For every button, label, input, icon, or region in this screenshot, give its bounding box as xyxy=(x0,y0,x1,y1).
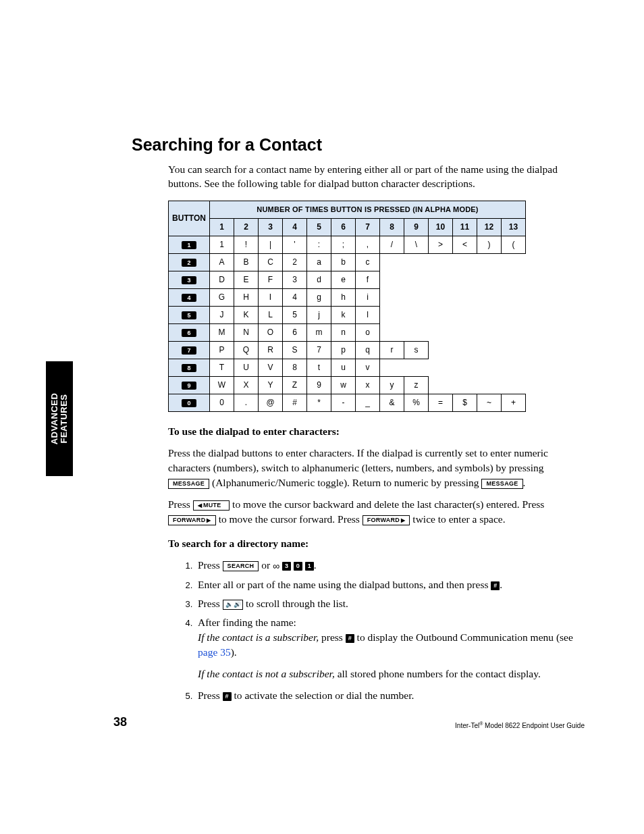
col-9: 9 xyxy=(404,218,429,236)
proc1-para1: Press the dialpad buttons to enter chara… xyxy=(168,446,584,490)
cell xyxy=(380,323,404,341)
side-tab: ADVANCEDFEATURES xyxy=(46,361,73,476)
cell: 0 xyxy=(210,394,234,411)
key-1: 1 xyxy=(305,562,314,571)
cell xyxy=(477,253,502,271)
cell: 5 xyxy=(283,306,307,323)
col-10: 10 xyxy=(429,218,453,236)
cell xyxy=(404,253,429,271)
step-5: Press # to activate the selection or dia… xyxy=(195,688,584,703)
proc1-para2: Press MUTE to move the cursor backward a… xyxy=(168,497,584,527)
cell: / xyxy=(380,236,404,253)
cell: 6 xyxy=(283,323,307,341)
cell: R xyxy=(259,341,283,359)
cell: > xyxy=(429,236,453,253)
cell: I xyxy=(259,288,283,306)
col-span-header: NUMBER OF TIMES BUTTON IS PRESSED (IN AL… xyxy=(210,201,526,218)
cell xyxy=(477,359,502,376)
cell xyxy=(453,341,477,359)
cell: w xyxy=(331,376,356,394)
col-13: 13 xyxy=(502,218,526,236)
cell: K xyxy=(234,306,259,323)
cell: < xyxy=(453,236,477,253)
cell: n xyxy=(331,323,356,341)
cell: p xyxy=(331,341,356,359)
hash-key: # xyxy=(223,692,232,701)
table-row: 00.@#*-_&%=$~+ xyxy=(169,394,526,411)
key-0: 0 xyxy=(294,562,302,571)
cell: v xyxy=(356,359,380,376)
step-1: Press SEARCH or ∞ 3 0 1. xyxy=(195,558,584,573)
intro-text: You can search for a contact name by ent… xyxy=(168,163,584,191)
cell: \ xyxy=(404,236,429,253)
cell: r xyxy=(380,341,404,359)
dialpad-key-7: 7 xyxy=(182,346,196,355)
cell xyxy=(380,288,404,306)
hash-key: # xyxy=(346,634,354,643)
cell: ; xyxy=(331,236,356,253)
step-4: After finding the name: If the contact i… xyxy=(195,615,584,681)
dialpad-key-8: 8 xyxy=(182,364,196,372)
cell xyxy=(477,323,502,341)
steps-list: Press SEARCH or ∞ 3 0 1. Enter all or pa… xyxy=(168,558,584,703)
col-6: 6 xyxy=(331,218,356,236)
cell: i xyxy=(356,288,380,306)
col-8: 8 xyxy=(380,218,404,236)
cell: y xyxy=(380,376,404,394)
cell: j xyxy=(307,306,331,323)
cell: A xyxy=(210,253,234,271)
cell: @ xyxy=(259,394,283,411)
table-row: 11!|':;,/\><)( xyxy=(169,236,526,253)
cell: ! xyxy=(234,236,259,253)
cell: = xyxy=(429,394,453,411)
page-title: Searching for a Contact xyxy=(132,135,584,155)
cell: t xyxy=(307,359,331,376)
hash-key: # xyxy=(491,581,500,590)
side-tab-label: ADVANCEDFEATURES xyxy=(50,393,69,445)
cell: S xyxy=(283,341,307,359)
cell: W xyxy=(210,376,234,394)
cell: L xyxy=(259,306,283,323)
page-link[interactable]: page 35 xyxy=(198,646,231,658)
cell xyxy=(404,288,429,306)
cell xyxy=(429,271,453,288)
search-key: SEARCH xyxy=(223,561,259,571)
cell: Y xyxy=(259,376,283,394)
cell xyxy=(404,323,429,341)
table-row: 4GHI4ghi xyxy=(169,288,526,306)
cell: # xyxy=(283,394,307,411)
cell: . xyxy=(234,394,259,411)
col-12: 12 xyxy=(477,218,502,236)
cell: X xyxy=(234,376,259,394)
cell: * xyxy=(307,394,331,411)
dialpad-table: BUTTON NUMBER OF TIMES BUTTON IS PRESSED… xyxy=(168,201,526,412)
cell: & xyxy=(380,394,404,411)
cell xyxy=(502,253,526,271)
cell xyxy=(502,376,526,394)
cell: B xyxy=(234,253,259,271)
cell: H xyxy=(234,288,259,306)
table-row: 3DEF3def xyxy=(169,271,526,288)
mute-key: MUTE xyxy=(193,500,230,511)
dialpad-key-9: 9 xyxy=(182,382,196,390)
cell xyxy=(453,359,477,376)
cell: m xyxy=(307,323,331,341)
cell xyxy=(477,306,502,323)
step-3: Press 🔈 🔊 to scroll through the list. xyxy=(195,596,584,611)
cell xyxy=(404,271,429,288)
cell: Z xyxy=(283,376,307,394)
dialpad-key-3: 3 xyxy=(182,276,196,284)
cell xyxy=(429,288,453,306)
cell: M xyxy=(210,323,234,341)
cell: 3 xyxy=(283,271,307,288)
cell xyxy=(453,306,477,323)
cell: U xyxy=(234,359,259,376)
cell: c xyxy=(356,253,380,271)
cell xyxy=(502,341,526,359)
table-row: 6MNO6mno xyxy=(169,323,526,341)
message-key: MESSAGE xyxy=(168,479,209,489)
cell: b xyxy=(331,253,356,271)
dialpad-key-1: 1 xyxy=(182,241,196,249)
col-11: 11 xyxy=(453,218,477,236)
cell: ( xyxy=(502,236,526,253)
